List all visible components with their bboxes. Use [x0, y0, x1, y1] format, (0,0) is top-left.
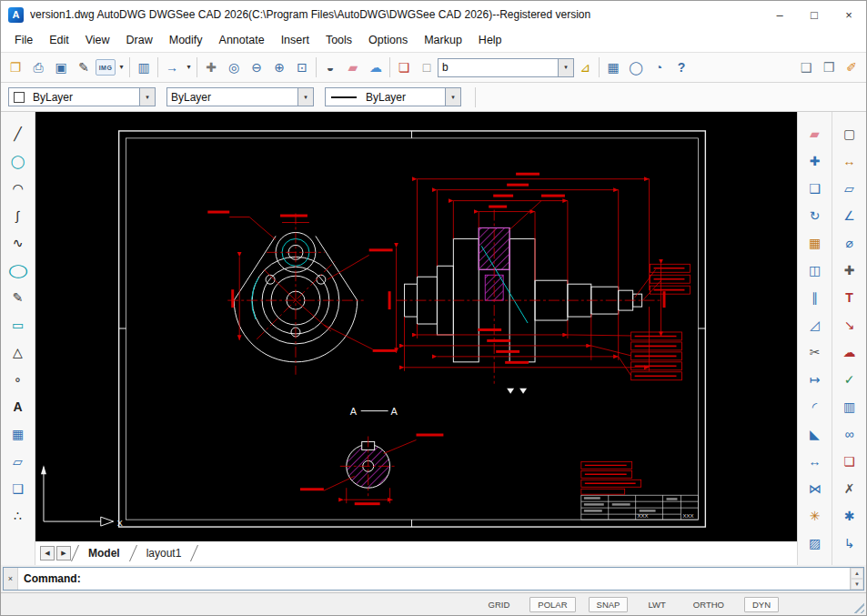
markup-edit-icon[interactable]: ✎	[73, 56, 95, 78]
menu-edit[interactable]: Edit	[41, 30, 77, 50]
polar-toggle[interactable]: POLAR	[529, 597, 575, 612]
menu-modify[interactable]: Modify	[161, 30, 211, 50]
menu-file[interactable]: File	[6, 30, 41, 50]
layer-combo-dropdown-icon[interactable]: ▾	[558, 59, 573, 76]
maximize-button[interactable]: □	[797, 1, 832, 28]
dyn-toggle[interactable]: DYN	[744, 597, 779, 612]
linetype-combo[interactable]: ByLayer ▾	[166, 87, 314, 106]
join-tool-icon[interactable]: ⋈	[804, 478, 826, 500]
zoom-extents-icon[interactable]: ⊡	[291, 56, 313, 78]
spline-tool-icon[interactable]: ∿	[7, 232, 29, 254]
region-tool-icon[interactable]: ▱	[7, 450, 29, 472]
help-icon[interactable]: ?	[670, 56, 692, 78]
extend-tool-icon[interactable]: ↦	[804, 369, 826, 390]
close-button[interactable]: ×	[832, 1, 866, 28]
stretch-tool-icon[interactable]: ↔	[804, 450, 826, 472]
area-tool-icon[interactable]: ▱	[839, 177, 861, 199]
open-icon[interactable]: ❐	[5, 56, 26, 78]
polyline-tool-icon[interactable]: ∫	[7, 205, 29, 227]
menu-markup[interactable]: Markup	[416, 30, 470, 50]
no-color-frame-icon[interactable]: □	[416, 56, 438, 78]
markup-cloud-tool-icon[interactable]: ☁	[839, 341, 861, 363]
menu-insert[interactable]: Insert	[273, 30, 318, 50]
tab-model[interactable]: Model	[77, 541, 131, 565]
ortho-toggle[interactable]: ORTHO	[686, 598, 731, 611]
markup-text-icon[interactable]: T	[839, 287, 861, 308]
link-icon[interactable]: ∞	[839, 423, 861, 445]
tab-layout1[interactable]: layout1	[136, 541, 193, 565]
explode-tool-icon[interactable]: ✳	[804, 505, 826, 527]
export-icon[interactable]: ↳	[839, 532, 861, 554]
zoom-window-icon[interactable]: ◎	[223, 56, 245, 78]
pan-icon[interactable]: ✚	[200, 56, 222, 78]
linetype-dropdown-icon[interactable]: ▾	[297, 88, 313, 106]
circle-markup-icon[interactable]: ◯	[625, 56, 647, 78]
minimize-button[interactable]: –	[762, 1, 797, 28]
image-export-icon[interactable]: IMG	[96, 59, 116, 76]
polygon-tool-icon[interactable]: △	[7, 341, 29, 363]
rotate-tool-icon[interactable]: ↻	[804, 205, 826, 227]
select-tool-icon[interactable]: ▢	[839, 123, 861, 145]
color-dropdown-icon[interactable]: ▾	[139, 88, 155, 106]
orbit-icon[interactable]: ◒	[319, 56, 341, 78]
command-box[interactable]: × Command: ▲ ▼	[3, 567, 864, 591]
erase-tool-icon[interactable]: ▰	[804, 123, 826, 145]
hatch-edit-tool-icon[interactable]: ▨	[804, 532, 826, 554]
arc-tool-icon[interactable]: ◠	[7, 177, 29, 199]
image-attach-icon[interactable]: ▥	[839, 396, 861, 418]
menu-options[interactable]: Options	[360, 30, 416, 50]
hatch-tool-icon[interactable]: ▦	[7, 423, 29, 445]
chamfer-tool-icon[interactable]: ◣	[804, 423, 826, 445]
scroll-up-icon[interactable]: ▲	[851, 568, 863, 579]
forward-dropdown-icon[interactable]: ▾	[184, 56, 194, 78]
menu-draw[interactable]: Draw	[118, 30, 161, 50]
resize-grip[interactable]	[852, 601, 864, 613]
ruler-icon[interactable]: ⊿	[574, 56, 596, 78]
block-tool-icon[interactable]: ❑	[7, 478, 29, 500]
trim-tool-icon[interactable]: ✂	[804, 341, 826, 363]
markup-check-icon[interactable]: ✓	[839, 369, 861, 390]
color-combo[interactable]: ByLayer ▾	[8, 87, 156, 106]
circle-tool-icon[interactable]: ◯	[7, 150, 29, 172]
command-prompt[interactable]: Command:	[18, 568, 850, 590]
locate-point-icon[interactable]: ✚	[839, 259, 861, 281]
tab-scroll-left-icon[interactable]: ◀	[40, 546, 55, 560]
lineweight-combo[interactable]: ByLayer ▾	[325, 87, 461, 106]
diameter-tool-icon[interactable]: ⌀	[839, 232, 861, 254]
eraser-icon[interactable]: ▰	[342, 56, 364, 78]
divide-tool-icon[interactable]: ∴	[7, 505, 29, 527]
angle-tool-icon[interactable]: ∠	[839, 205, 861, 227]
layer-combo[interactable]: b ▾	[438, 58, 574, 77]
layers-icon[interactable]: ❏	[393, 56, 415, 78]
menu-annotate[interactable]: Annotate	[211, 30, 273, 50]
copy-tool-icon[interactable]: ❑	[804, 177, 826, 199]
tab-scroll-right-icon[interactable]: ▶	[56, 546, 71, 560]
menu-tools[interactable]: Tools	[318, 30, 360, 50]
image-export-dropdown-icon[interactable]: ▾	[116, 56, 126, 78]
scroll-down-icon[interactable]: ▼	[851, 579, 863, 590]
layers-panel-icon[interactable]: ❏	[839, 450, 861, 472]
model-space-canvas[interactable]: A A	[35, 112, 797, 541]
viewport-icon[interactable]: ▥	[133, 56, 155, 78]
text-tool-icon[interactable]: A	[7, 396, 29, 418]
fillet-tool-icon[interactable]: ◜	[804, 396, 826, 418]
menu-view[interactable]: View	[77, 30, 118, 50]
lineweight-dropdown-icon[interactable]: ▾	[445, 88, 460, 106]
point-tool-icon[interactable]: ∘	[7, 369, 29, 390]
offset-tool-icon[interactable]: ∥	[804, 287, 826, 308]
forward-icon[interactable]: →	[161, 56, 183, 78]
line-tool-icon[interactable]: ╱	[7, 123, 29, 145]
mirror-tool-icon[interactable]: ◫	[804, 259, 826, 281]
array-tool-icon[interactable]: ▦	[804, 232, 826, 254]
menu-help[interactable]: Help	[470, 30, 510, 50]
lwt-toggle[interactable]: LWT	[640, 598, 672, 611]
grid-toggle[interactable]: GRID	[481, 598, 518, 611]
ellipse-tool-icon[interactable]: ◯	[3, 259, 34, 281]
save-icon[interactable]: ▣	[50, 56, 72, 78]
snap-toggle[interactable]: SNAP	[589, 597, 629, 612]
print-icon[interactable]: ⎙	[27, 56, 49, 78]
rectangle-tool-icon[interactable]: ▭	[7, 314, 29, 336]
distance-tool-icon[interactable]: ↔	[839, 150, 861, 172]
move-tool-icon[interactable]: ✚	[804, 150, 826, 172]
command-scrollbar[interactable]: ▲ ▼	[850, 568, 863, 590]
